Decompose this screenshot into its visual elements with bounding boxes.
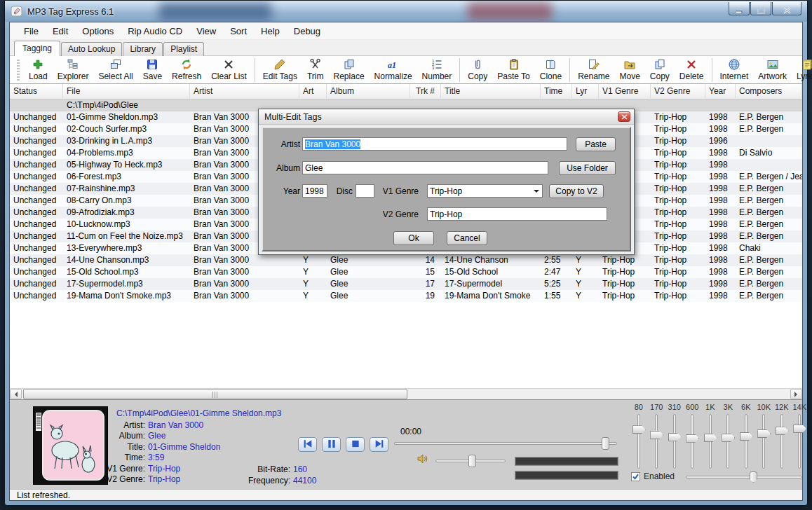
eq-band-thumb[interactable] [740, 432, 753, 441]
menu-item-sort[interactable]: Sort [223, 24, 254, 39]
eq-band-thumb[interactable] [668, 433, 682, 441]
stop-button[interactable] [346, 437, 365, 452]
toolbar-load-button[interactable]: Load [24, 57, 53, 83]
horizontal-scrollbar[interactable] [10, 388, 802, 399]
eq-band-thumb[interactable] [686, 434, 699, 443]
toolbar-lyrics-button[interactable]: Lyrics [792, 57, 812, 83]
tab-auto-lookup[interactable]: Auto Lookup [61, 42, 122, 56]
maximize-button[interactable] [750, 2, 771, 15]
seek-slider[interactable] [394, 442, 617, 445]
title-bar[interactable]: MP3 Tag Express 6.1 [5, 1, 807, 22]
column-header-trk[interactable]: Trk # [410, 84, 441, 99]
tab-tagging[interactable]: Tagging [14, 41, 60, 56]
paste-button[interactable]: Paste [576, 137, 616, 151]
toolbar-paste-to-button[interactable]: Paste To [492, 57, 534, 83]
artist-field[interactable]: Bran Van 3000 [302, 137, 567, 151]
eq-band-slider[interactable] [673, 414, 676, 469]
menu-item-rip-audio-cd[interactable]: Rip Audio CD [121, 24, 189, 39]
track-row[interactable]: Unchanged19-Mama Don't Smoke.mp3Bran Van… [10, 290, 802, 302]
track-row[interactable]: Unchanged17-Supermodel.mp3Bran Van 3000Y… [10, 278, 802, 290]
eq-band-slider[interactable] [780, 414, 783, 469]
dialog-title-bar[interactable]: Multi-Edit Tags [259, 109, 634, 125]
toolbar-refresh-button[interactable]: Refresh [167, 57, 206, 83]
column-header-time[interactable]: Time [541, 84, 572, 99]
ok-button[interactable]: Ok [393, 231, 434, 245]
toolbar-save-button[interactable]: Save [138, 57, 167, 83]
eq-band-slider[interactable] [798, 414, 801, 469]
column-header-status[interactable]: Status [10, 84, 63, 99]
menu-item-help[interactable]: Help [254, 24, 287, 39]
toolbar-rename-button[interactable]: Rename [573, 57, 614, 83]
toolbar-replace-button[interactable]: Replace [329, 57, 370, 83]
toolbar-move-button[interactable]: Move [614, 57, 644, 83]
eq-band-thumb[interactable] [776, 427, 789, 435]
menu-item-options[interactable]: Options [75, 24, 121, 39]
toolbar-copy-button[interactable]: Copy [463, 57, 492, 83]
eq-band-thumb[interactable] [793, 425, 806, 433]
eq-band-thumb[interactable] [722, 434, 735, 442]
eq-band-slider[interactable] [637, 414, 640, 469]
column-header-lyr[interactable]: Lyr [572, 84, 599, 99]
toolbar-explorer-button[interactable]: Explorer [53, 57, 94, 83]
disc-field[interactable] [356, 184, 374, 198]
column-header-v2-genre[interactable]: V2 Genre [651, 84, 705, 99]
scroll-right-arrow[interactable] [790, 389, 802, 399]
column-header-file[interactable]: File [63, 84, 190, 99]
eq-balance-thumb[interactable] [750, 471, 757, 483]
scrollbar-thumb[interactable] [23, 389, 407, 399]
toolbar-normalize-button[interactable]: a1Normalize [370, 57, 417, 83]
column-header-album[interactable]: Album [327, 84, 410, 99]
year-field[interactable]: 1998 [302, 184, 327, 198]
eq-band-thumb[interactable] [632, 425, 646, 434]
minimize-button[interactable] [729, 2, 750, 15]
toolbar-select-all-button[interactable]: Select All [93, 57, 137, 83]
eq-band-thumb[interactable] [650, 431, 663, 439]
column-header-year[interactable]: Year [705, 84, 736, 99]
next-button[interactable] [370, 437, 388, 452]
v1-genre-dropdown[interactable]: Trip-Hop [427, 184, 543, 198]
previous-button[interactable] [298, 437, 317, 452]
menu-item-edit[interactable]: Edit [46, 24, 75, 39]
column-header-v1-genre[interactable]: V1 Genre [599, 84, 651, 99]
cancel-button[interactable]: Cancel [447, 231, 487, 245]
toolbar-copy-button[interactable]: Copy [645, 57, 675, 83]
eq-balance-slider[interactable] [686, 476, 802, 478]
eq-band-slider[interactable] [709, 414, 712, 469]
toolbar-internet-button[interactable]: Internet [715, 57, 754, 83]
eq-band-slider[interactable] [655, 414, 658, 469]
eq-band-thumb[interactable] [704, 434, 717, 442]
toolbar-clear-list-button[interactable]: Clear List [206, 57, 252, 83]
eq-enabled-checkbox[interactable] [631, 472, 640, 481]
album-field[interactable]: Glee [302, 161, 548, 174]
eq-band-slider[interactable] [745, 414, 747, 469]
toolbar-delete-button[interactable]: Delete [675, 57, 709, 83]
volume-slider[interactable] [435, 460, 506, 462]
album-artwork[interactable] [33, 406, 108, 485]
eq-band-slider[interactable] [691, 414, 693, 469]
toolbar-artwork-button[interactable]: Artwork [753, 57, 792, 83]
dialog-close-button[interactable] [618, 111, 630, 122]
column-header-artist[interactable]: Artist [190, 84, 299, 99]
track-row[interactable]: Unchanged14-Une Chanson.mp3Bran Van 3000… [10, 254, 802, 266]
track-row[interactable]: Unchanged15-Old School.mp3Bran Van 3000Y… [10, 266, 802, 278]
eq-band-slider[interactable] [726, 414, 729, 469]
volume-thumb[interactable] [468, 455, 476, 467]
seek-thumb[interactable] [602, 437, 609, 450]
column-header-title[interactable]: Title [441, 84, 541, 99]
use-folder-button[interactable]: Use Folder [559, 161, 616, 175]
tab-playlist[interactable]: Playlist [163, 42, 204, 56]
pause-button[interactable] [322, 437, 341, 452]
toolbar-trim-button[interactable]: Trim [302, 57, 329, 83]
eq-band-slider[interactable] [762, 414, 765, 469]
tab-library[interactable]: Library [123, 42, 163, 56]
toolbar-edit-tags-button[interactable]: Edit Tags [258, 57, 302, 83]
column-header-art[interactable]: Art [299, 84, 327, 99]
menu-item-view[interactable]: View [189, 24, 223, 39]
toolbar-clone-button[interactable]: Clone [535, 57, 567, 83]
v2-genre-field[interactable]: Trip-Hop [427, 207, 607, 221]
menu-item-debug[interactable]: Debug [287, 24, 327, 39]
scroll-left-arrow[interactable] [10, 389, 22, 399]
copy-to-v2-button[interactable]: Copy to V2 [549, 184, 604, 198]
column-header-composers[interactable]: Composers [736, 84, 802, 99]
eq-band-thumb[interactable] [757, 429, 771, 438]
